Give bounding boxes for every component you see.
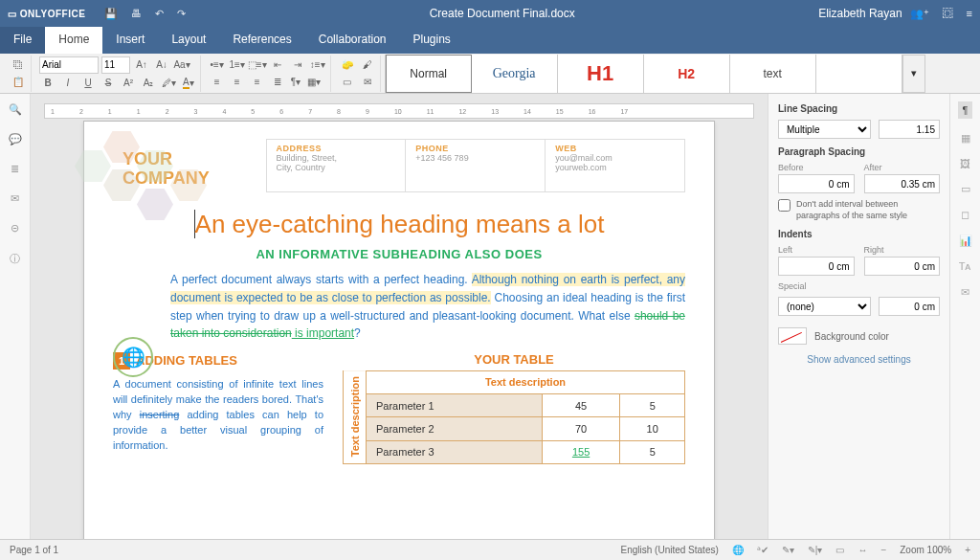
bold-button[interactable]: B — [39, 76, 56, 91]
special-indent-value[interactable] — [879, 297, 940, 316]
tab-collaboration[interactable]: Collaboration — [305, 27, 400, 54]
page-indicator[interactable]: Page 1 of 1 — [10, 545, 58, 555]
change-case-icon[interactable]: Aa▾ — [173, 57, 190, 73]
style-h2[interactable]: H2 — [644, 55, 730, 93]
style-h1[interactable]: H1 — [558, 55, 644, 93]
headings-icon[interactable]: ≣ — [11, 163, 19, 175]
tab-file[interactable]: File — [0, 27, 45, 54]
share-icon[interactable]: 👥⁺ — [910, 8, 929, 20]
mail-tab-icon[interactable]: ✉ — [961, 286, 969, 299]
print-icon[interactable]: 🖶 — [131, 8, 142, 20]
subscript-button[interactable]: A₂ — [140, 76, 157, 91]
image-tab-icon[interactable]: 🖼 — [960, 158, 970, 169]
style-blank[interactable] — [816, 55, 902, 93]
zoom-in-icon[interactable]: + — [965, 545, 970, 555]
tab-insert[interactable]: Insert — [102, 27, 158, 54]
insert-page-icon[interactable]: ▭ — [339, 75, 356, 90]
multilevel-button[interactable]: ⬚≡▾ — [249, 57, 266, 73]
increase-font-icon[interactable]: A↑ — [133, 57, 150, 73]
italic-button[interactable]: I — [59, 76, 77, 91]
shape-tab-icon[interactable]: ◻ — [961, 209, 969, 221]
underline-button[interactable]: U — [79, 76, 97, 91]
language-indicator[interactable]: English (United States) — [621, 545, 719, 555]
line-spacing-value[interactable] — [879, 120, 940, 139]
document-canvas[interactable]: 1211234567891011121314151617 YOURCOMPANY — [31, 94, 768, 539]
special-indent-mode[interactable]: (none) — [778, 297, 871, 316]
fit-width-icon[interactable]: ↔ — [858, 545, 867, 555]
align-right-button[interactable]: ≡ — [249, 75, 266, 90]
redo-icon[interactable]: ↷ — [177, 8, 186, 20]
trackchanges-icon[interactable]: ✎▾ — [782, 545, 794, 555]
tab-plugins[interactable]: Plugins — [400, 27, 464, 54]
paste-icon[interactable]: 📋 — [10, 75, 27, 90]
textart-tab-icon[interactable]: Tᴀ — [959, 260, 972, 273]
title-bar: ▭ ONLYOFFICE 💾 🖶 ↶ ↷ Create Document Fin… — [0, 0, 980, 27]
indent-left-input[interactable] — [778, 257, 855, 276]
section-your-table[interactable]: YOUR TABLE Text description Text descrip… — [343, 352, 685, 464]
menu-icon[interactable]: ≡ — [967, 8, 972, 19]
style-normal[interactable]: Normal — [386, 55, 472, 93]
spacing-after-input[interactable] — [864, 174, 941, 193]
comments-icon[interactable]: 💬 — [9, 133, 22, 146]
align-left-button[interactable]: ≡ — [209, 75, 226, 90]
superscript-button[interactable]: A² — [120, 76, 137, 91]
set-lang-icon[interactable]: 🌐 — [732, 545, 744, 555]
fit-page-icon[interactable]: ▭ — [835, 545, 844, 555]
globe-icon: 🌐 — [113, 337, 153, 377]
clear-style-icon[interactable]: 🧽 — [339, 57, 356, 73]
background-color-picker[interactable] — [778, 327, 807, 345]
font-select[interactable] — [39, 56, 99, 74]
data-table[interactable]: Text description Text description Parame… — [343, 370, 685, 464]
feedback-icon[interactable]: ⊝ — [11, 222, 19, 235]
align-center-button[interactable]: ≡ — [229, 75, 246, 90]
dont-add-interval-checkbox[interactable]: Don't add interval between paragraphs of… — [778, 199, 940, 221]
mailmerge-icon[interactable]: ✉ — [359, 75, 376, 90]
bullets-button[interactable]: •≡▾ — [209, 57, 226, 73]
indent-right-input[interactable] — [864, 257, 941, 276]
about-icon[interactable]: ⓘ — [10, 252, 20, 266]
line-spacing-button[interactable]: ↕≡▾ — [309, 57, 326, 73]
line-spacing-mode[interactable]: Multiple — [778, 120, 871, 139]
chart-tab-icon[interactable]: 📊 — [959, 235, 972, 247]
intro-paragraph[interactable]: A perfect document always starts with a … — [113, 271, 685, 342]
nonprinting-button[interactable]: ¶▾ — [289, 75, 302, 90]
font-color-button[interactable]: A▾ — [181, 76, 196, 91]
style-text[interactable]: text — [730, 55, 816, 93]
user-name[interactable]: Elizabeth Rayan — [818, 7, 902, 20]
font-size-select[interactable] — [101, 56, 130, 74]
page[interactable]: YOURCOMPANY ADDRESSBuilding, Street,City… — [83, 121, 715, 539]
tab-references[interactable]: References — [219, 27, 304, 54]
spellcheck-icon[interactable]: ᵃ✔ — [757, 545, 768, 555]
increase-indent-button[interactable]: ⇥ — [289, 57, 306, 73]
paragraph-settings-panel: Line Spacing Multiple Paragraph Spacing … — [768, 94, 949, 539]
table-title: YOUR TABLE — [343, 352, 685, 367]
open-location-icon[interactable]: ⿴ — [943, 8, 953, 19]
header-tab-icon[interactable]: ▭ — [961, 183, 970, 195]
highlight-color-button[interactable]: 🖉▾ — [160, 76, 178, 91]
strikethrough-button[interactable]: S — [100, 76, 117, 91]
horizontal-ruler[interactable]: 1211234567891011121314151617 — [44, 103, 754, 119]
chat-icon[interactable]: ✉ — [11, 192, 19, 205]
style-georgia[interactable]: Georgia — [472, 55, 558, 93]
spacing-before-input[interactable] — [778, 174, 855, 193]
save-icon[interactable]: 💾 — [104, 8, 118, 20]
table-tab-icon[interactable]: ▦ — [961, 132, 970, 145]
shading-button[interactable]: ▦▾ — [305, 75, 323, 90]
undo-icon[interactable]: ↶ — [155, 8, 164, 20]
numbering-button[interactable]: 1≡▾ — [229, 57, 246, 73]
search-icon[interactable]: 🔍 — [9, 103, 22, 116]
paragraph-tab-icon[interactable]: ¶ — [958, 101, 973, 119]
decrease-font-icon[interactable]: A↓ — [153, 57, 170, 73]
tab-layout[interactable]: Layout — [158, 27, 219, 54]
tab-home[interactable]: Home — [45, 27, 102, 54]
zoom-level[interactable]: Zoom 100% — [900, 545, 951, 555]
decrease-indent-button[interactable]: ⇤ — [269, 57, 286, 73]
copy-icon[interactable]: ⿻ — [10, 57, 27, 73]
style-more-button[interactable]: ▾ — [902, 55, 925, 93]
advanced-settings-link[interactable]: Show advanced settings — [778, 354, 940, 365]
style-gallery: Normal Georgia H1 H2 text ▾ — [385, 55, 925, 93]
copy-style-icon[interactable]: 🖌 — [359, 57, 376, 73]
align-justify-button[interactable]: ≣ — [269, 75, 286, 90]
zoom-out-icon[interactable]: − — [880, 545, 886, 555]
trackchanges-toggle-icon[interactable]: ✎|▾ — [808, 545, 823, 555]
